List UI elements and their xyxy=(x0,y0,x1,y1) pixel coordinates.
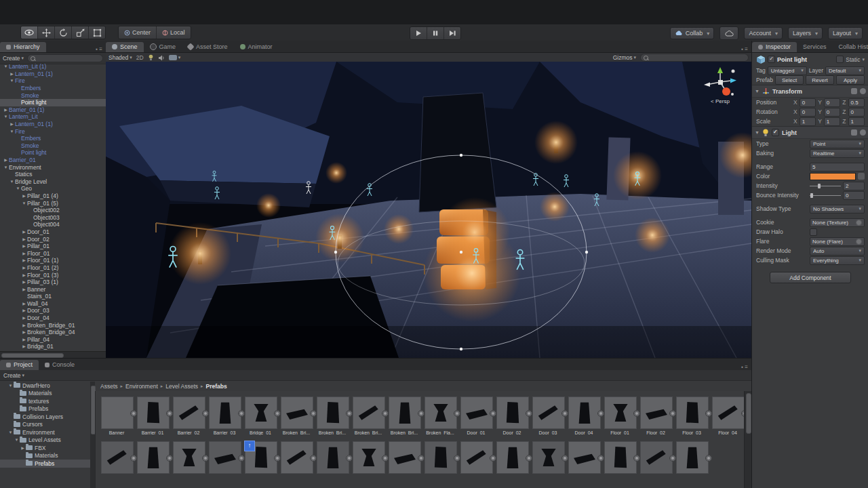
asset-item[interactable] xyxy=(101,441,132,474)
hierarchy-item[interactable]: ▶Lantern_01 (1) xyxy=(0,70,106,78)
breadcrumb-item[interactable]: Assets xyxy=(100,383,118,390)
project-folder-item[interactable]: Prefabs xyxy=(0,460,90,468)
hierarchy-item[interactable]: ▶Lantern_01 (1) xyxy=(0,121,106,128)
asset-thumbnail[interactable] xyxy=(676,396,709,429)
foldout-icon[interactable]: ▶ xyxy=(21,257,27,264)
asset-item[interactable] xyxy=(353,441,384,474)
hierarchy-item[interactable]: ▶Floor_01 (1) xyxy=(0,257,106,264)
prefab-badge-icon[interactable] xyxy=(454,410,460,417)
project-create-dropdown[interactable]: Create xyxy=(3,372,24,379)
foldout-icon[interactable]: ▶ xyxy=(9,121,15,127)
asset-thumbnail[interactable] xyxy=(496,396,529,429)
gear-icon[interactable] xyxy=(860,129,866,136)
asset-item[interactable]: Banner xyxy=(101,396,132,435)
scene-effects-dropdown[interactable] xyxy=(169,55,181,60)
foldout-icon[interactable]: ▶ xyxy=(21,300,27,307)
prefab-badge-icon[interactable] xyxy=(418,455,425,462)
scene-search-input[interactable] xyxy=(640,54,749,62)
prefab-badge-icon[interactable] xyxy=(454,455,460,462)
hierarchy-item[interactable]: ▶Wall_04 xyxy=(0,300,106,308)
asset-item[interactable] xyxy=(389,441,420,474)
help-icon[interactable] xyxy=(851,88,857,94)
project-folder-item[interactable]: Collision Layers xyxy=(0,413,90,421)
axis-value-field[interactable]: 0 xyxy=(824,108,840,117)
hierarchy-item[interactable]: ▶Broken_Bridge_01 xyxy=(0,321,106,329)
hierarchy-item[interactable]: Embers xyxy=(0,85,106,92)
asset-thumbnail[interactable] xyxy=(209,396,241,429)
project-folder-item[interactable]: Materials xyxy=(0,452,90,460)
asset-item[interactable] xyxy=(460,441,492,474)
prefab-badge-icon[interactable] xyxy=(526,455,532,462)
scene-audio-toggle-icon[interactable] xyxy=(158,55,165,61)
scene-lighting-toggle-icon[interactable] xyxy=(148,54,154,61)
prefab-badge-icon[interactable] xyxy=(705,410,712,417)
tab-collab-histo[interactable]: Collab Histo xyxy=(833,42,868,52)
asset-item[interactable]: Door_03 xyxy=(532,396,564,435)
hierarchy-item[interactable]: Object002 xyxy=(0,207,106,214)
collab-dropdown[interactable]: Collab xyxy=(670,27,715,39)
prefab-badge-icon[interactable] xyxy=(166,410,173,417)
asset-item[interactable] xyxy=(425,441,456,474)
foldout-icon[interactable]: ▼ xyxy=(9,77,15,84)
breadcrumb-item[interactable]: Prefabs xyxy=(206,383,227,390)
tab-services[interactable]: Services xyxy=(797,42,833,52)
project-folder-item[interactable]: ▼Environment xyxy=(0,428,90,436)
persp-label[interactable]: < Persp xyxy=(698,98,742,104)
hierarchy-item[interactable]: ▶Door_04 xyxy=(0,314,106,322)
asset-item[interactable]: Barrier_03 xyxy=(209,396,240,435)
asset-item[interactable] xyxy=(532,441,564,474)
prefab-select-button[interactable]: Select xyxy=(775,75,804,85)
asset-thumbnail[interactable] xyxy=(712,396,745,429)
foldout-icon[interactable]: ▶ xyxy=(21,307,27,314)
asset-thumbnail[interactable] xyxy=(532,396,565,429)
add-component-button[interactable]: Add Component xyxy=(770,272,851,283)
asset-thumbnail[interactable] xyxy=(568,441,601,474)
cloud-services-button[interactable] xyxy=(719,26,738,40)
hierarchy-item[interactable]: ▶Floor_01 (3) xyxy=(0,271,106,279)
hierarchy-create-dropdown[interactable]: Create xyxy=(3,55,24,62)
asset-item[interactable] xyxy=(137,441,168,474)
prefab-badge-icon[interactable] xyxy=(382,455,389,462)
hierarchy-item[interactable]: ▶Pillar_01 xyxy=(0,243,106,250)
hierarchy-item[interactable]: Statics xyxy=(0,171,106,178)
prefab-badge-icon[interactable] xyxy=(633,455,640,462)
play-button[interactable] xyxy=(410,27,427,39)
prefab-badge-icon[interactable] xyxy=(490,455,496,462)
prefab-badge-icon[interactable] xyxy=(202,410,209,417)
hierarchy-item[interactable]: ▼Bridge Level xyxy=(0,178,106,186)
foldout-icon[interactable]: ▼ xyxy=(3,63,9,70)
object-field[interactable]: None (Texture) xyxy=(810,218,865,227)
axis-value-field[interactable]: 1 xyxy=(824,117,840,126)
asset-item[interactable]: Broken_Bri... xyxy=(281,396,312,435)
hierarchy-item[interactable]: ▼Environment xyxy=(0,163,106,171)
axis-value-field[interactable]: 0 xyxy=(848,108,865,117)
foldout-icon[interactable]: ▼ xyxy=(755,130,760,135)
hierarchy-item[interactable]: Object004 xyxy=(0,221,106,228)
scale-tool-button[interactable] xyxy=(72,26,89,39)
axis-value-field[interactable]: 1 xyxy=(800,117,816,126)
asset-thumbnail[interactable] xyxy=(389,441,421,474)
asset-thumbnail[interactable] xyxy=(460,396,493,429)
prefab-badge-icon[interactable] xyxy=(310,410,317,417)
hierarchy-item[interactable]: ▼Fire xyxy=(0,127,106,135)
axis-value-field[interactable]: 0 xyxy=(800,98,816,107)
prefab-badge-icon[interactable] xyxy=(418,410,425,417)
project-folder-item[interactable]: Cursors xyxy=(0,421,90,429)
foldout-icon[interactable]: ▶ xyxy=(21,314,27,321)
hierarchy-item[interactable]: ▶Pillar_01 (4) xyxy=(0,192,106,200)
asset-item[interactable]: Door_02 xyxy=(496,396,528,435)
pause-button[interactable] xyxy=(427,27,444,39)
asset-thumbnail[interactable] xyxy=(353,441,385,474)
asset-thumbnail[interactable] xyxy=(640,441,673,474)
foldout-icon[interactable]: ▶ xyxy=(21,322,27,329)
asset-thumbnail[interactable] xyxy=(317,396,349,429)
foldout-icon[interactable]: ▼ xyxy=(9,128,15,135)
asset-item[interactable]: Door_04 xyxy=(568,396,599,435)
project-folder-item[interactable]: ▼DwarfHero xyxy=(0,382,90,390)
asset-item[interactable] xyxy=(281,441,312,474)
layer-dropdown[interactable]: Default xyxy=(825,66,865,75)
axis-value-field[interactable]: 1 xyxy=(848,117,865,126)
foldout-icon[interactable]: ▶ xyxy=(21,228,27,235)
asset-item[interactable] xyxy=(568,441,599,474)
hierarchy-item[interactable]: ▶Broken_Bridge_04 xyxy=(0,329,106,336)
